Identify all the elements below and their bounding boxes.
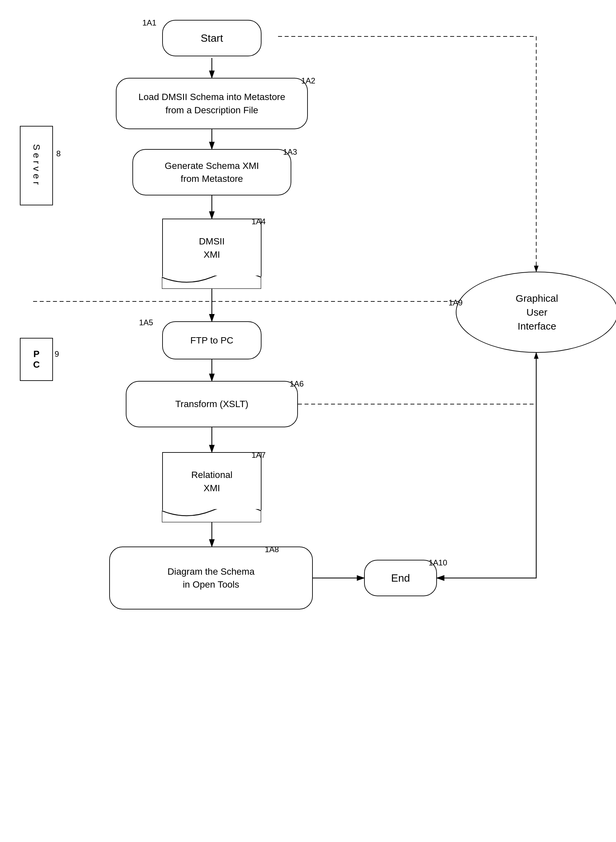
server-box: Server — [20, 126, 53, 205]
label-1a10: 1A10 — [429, 558, 447, 567]
relational-xmi-node: RelationalXMI — [162, 452, 261, 522]
label-1a2: 1A2 — [301, 76, 315, 85]
load-dmsii-node: Load DMSII Schema into Metastore from a … — [116, 78, 308, 129]
label-1a6: 1A6 — [290, 379, 304, 388]
server-number: 8 — [56, 149, 60, 158]
label-1a1: 1A1 — [142, 18, 157, 28]
generate-schema-node: Generate Schema XMI from Metastore — [132, 149, 291, 195]
end-node: End — [364, 560, 437, 596]
label-1a7: 1A7 — [252, 451, 266, 460]
generate-schema-label: Generate Schema XMI from Metastore — [165, 159, 259, 185]
pc-box: PC — [20, 338, 53, 381]
ftp-label: FTP to PC — [190, 335, 233, 346]
ftp-node: FTP to PC — [162, 321, 261, 359]
label-1a8: 1A8 — [265, 545, 279, 554]
dmsii-xmi-label: DMSIIXMI — [199, 235, 225, 261]
start-node: Start — [162, 20, 261, 56]
diagram-schema-label: Diagram the Schema in Open Tools — [167, 565, 255, 591]
label-1a4: 1A4 — [252, 217, 266, 226]
arrows-svg — [0, 0, 616, 842]
pc-number: 9 — [54, 350, 59, 359]
gui-node: Graphical User Interface — [456, 272, 616, 353]
dmsii-xmi-node: DMSIIXMI — [162, 219, 261, 288]
end-label: End — [391, 572, 410, 584]
label-1a5: 1A5 — [139, 318, 153, 327]
label-1a3: 1A3 — [283, 147, 297, 157]
relational-xmi-label: RelationalXMI — [191, 468, 233, 494]
transform-label: Transform (XSLT) — [175, 399, 249, 409]
diagram-schema-node: Diagram the Schema in Open Tools — [109, 547, 313, 610]
load-dmsii-label: Load DMSII Schema into Metastore from a … — [138, 90, 285, 116]
start-label: Start — [201, 32, 223, 44]
pc-label: PC — [33, 349, 40, 370]
diagram-container: Start 1A1 Load DMSII Schema into Metasto… — [0, 0, 616, 842]
server-label: Server — [31, 144, 42, 187]
label-1a9: 1A9 — [449, 298, 463, 307]
gui-label: Graphical User Interface — [516, 291, 558, 333]
transform-node: Transform (XSLT) — [126, 381, 298, 427]
